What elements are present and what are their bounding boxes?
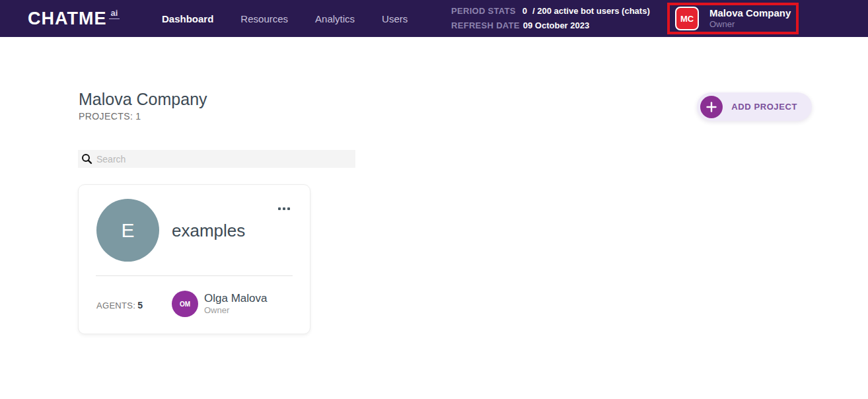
owner-role: Owner (204, 305, 267, 316)
logo-ai-suffix: ai (109, 8, 120, 19)
main-nav: Dashboard Resources Analytics Users (162, 0, 408, 37)
refresh-date-value: 09 October 2023 (523, 19, 589, 32)
project-card-top: E examples (79, 185, 310, 275)
project-card-footer: AGENTS:5 OM Olga Malova Owner (79, 276, 310, 334)
projects-count-value: 1 (135, 111, 141, 122)
nav-item-analytics[interactable]: Analytics (315, 13, 355, 24)
search-input[interactable] (92, 150, 355, 168)
period-stats-label: PERIOD STATS (451, 5, 516, 17)
refresh-date-row: REFRESH DATE 09 October 2023 (451, 19, 650, 32)
add-project-button[interactable]: ADD PROJECT (697, 92, 812, 121)
project-avatar: E (96, 199, 159, 262)
refresh-date-label: REFRESH DATE (451, 19, 520, 32)
projects-count: PROJECTS:1 (79, 111, 141, 122)
logo-brand-text: CHATME (28, 9, 106, 29)
agents-label: AGENTS: (96, 301, 135, 310)
period-stats-value: 0 (523, 5, 527, 17)
agents-count: 5 (137, 300, 143, 310)
projects-count-label: PROJECTS: (79, 111, 133, 122)
plus-icon (700, 96, 723, 118)
chatme-logo[interactable]: CHATME ai (28, 0, 120, 37)
project-name[interactable]: examples (172, 221, 245, 241)
period-stats-suffix: / 200 active bot users (chats) (532, 5, 650, 17)
owner-text: Olga Malova Owner (204, 292, 267, 316)
nav-item-resources[interactable]: Resources (240, 13, 288, 24)
project-card[interactable]: E examples AGENTS:5 OM Olga Malova Owner (78, 184, 310, 334)
owner-name: Olga Malova (204, 292, 267, 305)
account-name: Malova Company (709, 7, 791, 19)
more-horizontal-icon[interactable] (275, 205, 293, 213)
search-icon (81, 153, 92, 164)
owner-block: OM Olga Malova Owner (172, 291, 267, 317)
agents-stat: AGENTS:5 (96, 300, 143, 310)
nav-item-users[interactable]: Users (382, 13, 408, 24)
header-stats: PERIOD STATS 0 / 200 active bot users (c… (451, 5, 650, 32)
account-menu[interactable]: MC Malova Company Owner (667, 3, 799, 34)
account-avatar[interactable]: MC (675, 7, 699, 30)
account-role: Owner (709, 19, 791, 30)
main-content: Malova Company PROJECTS:1 ADD PROJECT E … (0, 37, 868, 399)
period-stats-row: PERIOD STATS 0 / 200 active bot users (c… (451, 5, 650, 17)
add-project-label: ADD PROJECT (731, 102, 797, 112)
nav-item-dashboard[interactable]: Dashboard (162, 13, 213, 24)
owner-avatar: OM (172, 291, 198, 317)
account-text: Malova Company Owner (709, 7, 791, 30)
page-title: Malova Company (79, 90, 207, 109)
search-bar (78, 150, 355, 168)
app-header: CHATME ai Dashboard Resources Analytics … (0, 0, 868, 37)
